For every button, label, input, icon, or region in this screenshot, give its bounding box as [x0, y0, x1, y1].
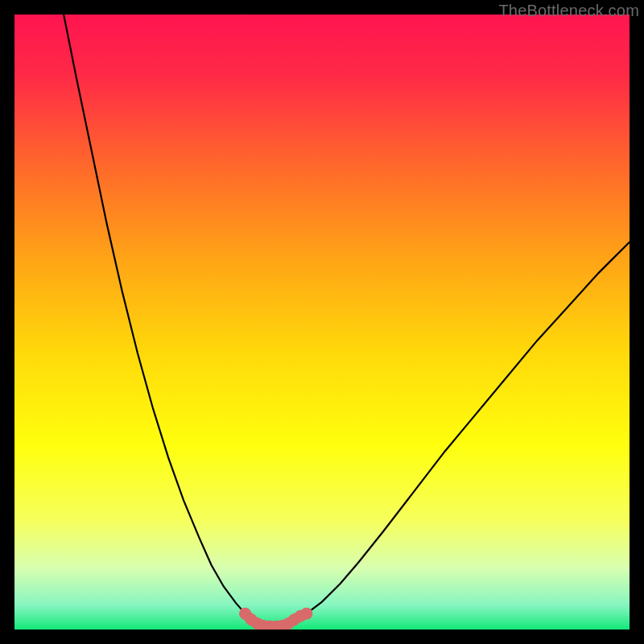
chart-background-gradient: [14, 14, 630, 630]
bottom-highlight-bead: [300, 608, 312, 620]
bottleneck-chart: [14, 14, 630, 630]
chart-frame: [14, 14, 630, 630]
watermark-text: TheBottleneck.com: [498, 2, 639, 20]
